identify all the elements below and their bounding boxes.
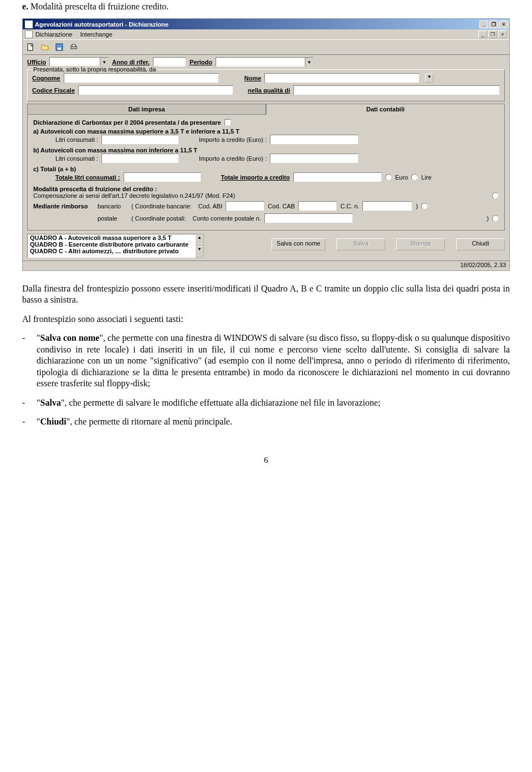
bullet-list: "Salva con nome", che permette con una f…: [22, 333, 510, 427]
menubar: Dichiarazione Interchange _ ❐ ×: [23, 29, 509, 39]
radio-lire[interactable]: [411, 174, 418, 181]
label-totimporto: Totale importo a credito: [221, 174, 290, 181]
toolbar-print-icon[interactable]: [67, 41, 80, 53]
mdi-window-controls: _ ❐ ×: [477, 30, 507, 38]
mdi-child-icon: [25, 30, 33, 38]
input-cognome[interactable]: [64, 73, 219, 83]
input-importo-b[interactable]: [270, 154, 359, 163]
paren-close-bancario: ): [416, 203, 418, 209]
scroll-down-icon[interactable]: ▼: [195, 246, 204, 258]
toolbar-save-icon[interactable]: [53, 41, 66, 53]
input-cf[interactable]: [78, 85, 233, 95]
combo-ufficio-input[interactable]: [50, 58, 100, 67]
section-heading: e. Modalità prescelta di fruizione credi…: [22, 2, 510, 12]
menu-dichiarazione[interactable]: Dichiarazione: [35, 31, 73, 38]
bullet1-name: Salva con nome: [40, 333, 100, 342]
bullet-chiudi: "Chiudi", che permette di ritornare al m…: [37, 416, 510, 427]
document-body: Dalla finestra del frontespizio possono …: [22, 283, 510, 428]
label-postale: postale: [98, 215, 128, 222]
input-litri-b[interactable]: [101, 154, 179, 163]
label-section-a: a) Autoveicoli con massa massima superio…: [33, 128, 499, 135]
salva-button[interactable]: Salva: [336, 238, 385, 250]
toolbar: [23, 39, 509, 55]
page-number: 6: [22, 456, 510, 465]
label-mediante: Mediante rimborso: [33, 203, 94, 209]
input-importo-a[interactable]: [270, 135, 359, 145]
scroll-up-icon[interactable]: ▲: [195, 234, 204, 246]
label-modalita: Modalità prescelta di fruizione del cred…: [33, 186, 499, 192]
list-item[interactable]: QUADRO B - Esercente distributore privat…: [28, 241, 195, 248]
combo-periodo-input[interactable]: [216, 58, 305, 67]
bullet1-text: ", che permette con una finestra di WIND…: [37, 333, 510, 388]
label-litri-b: Litri consumati :: [55, 155, 98, 162]
input-totlitri[interactable]: [124, 172, 201, 182]
label-ufficio: Ufficio: [27, 59, 46, 65]
input-ccp[interactable]: [264, 213, 353, 223]
input-totimporto[interactable]: [293, 172, 382, 182]
listbox-scrollbar[interactable]: ▲ ▼: [195, 234, 204, 258]
label-bancario: bancario: [98, 203, 128, 209]
tab-dati-contabili[interactable]: Dati contabili: [266, 104, 505, 115]
label-periodo: Periodo: [190, 59, 212, 65]
paragraph-intro: Dalla finestra del frontespizio possono …: [22, 283, 510, 306]
chevron-down-icon[interactable]: ▼: [305, 58, 313, 67]
titlebar-text: Agevolazioni autotrasportatori - Dichiar…: [35, 21, 168, 28]
salva-con-nome-button[interactable]: Salva con nome: [272, 238, 325, 250]
app-screenshot: Agevolazioni autotrasportatori - Dichiar…: [22, 18, 510, 271]
chiudi-button[interactable]: Chiudi: [456, 238, 505, 250]
combo-periodo[interactable]: ▼: [216, 57, 314, 67]
radio-compensazione[interactable]: [492, 192, 499, 199]
quadri-listbox[interactable]: QUADRO A - Autoveicoli massa superiore a…: [27, 234, 204, 258]
titlebar: Agevolazioni autotrasportatori - Dichiar…: [23, 19, 509, 29]
label-section-b: b) Autoveicoli con massa massima non inf…: [33, 147, 499, 154]
input-codabi[interactable]: [226, 201, 264, 211]
input-litri-a[interactable]: [101, 135, 179, 145]
status-datetime: 18/02/2005, 2.33: [460, 262, 506, 268]
bullet2-name: Salva: [40, 398, 61, 407]
label-totlitri: Totale litri consumati :: [55, 174, 120, 181]
mdi-restore-button[interactable]: ❐: [488, 30, 497, 38]
fieldset-presentata: Presentata, sotto la propria responsabil…: [27, 69, 505, 101]
menu-interchange[interactable]: Interchange: [80, 31, 112, 38]
toolbar-new-icon[interactable]: [24, 41, 37, 53]
app-icon: [25, 21, 33, 28]
minimize-button[interactable]: _: [479, 21, 488, 28]
bullet-salva: "Salva", che permette di salvare le modi…: [37, 397, 510, 408]
label-cognome: Cognome: [32, 75, 60, 81]
close-button[interactable]: ×: [499, 21, 508, 28]
stampa-button[interactable]: Stampa: [396, 238, 445, 250]
label-importo-a: Importo a credito (Euro) :: [199, 136, 267, 143]
radio-bancario[interactable]: [421, 203, 428, 209]
tabset: Dati impresa Dati contabili: [27, 104, 505, 115]
toolbar-open-icon[interactable]: [38, 41, 52, 53]
checkbox-carbontax[interactable]: [224, 119, 231, 126]
label-codabi: Cod. ABI: [198, 203, 222, 209]
label-codcab: Cod. CAB: [268, 203, 295, 209]
label-coordb: ( Coordinate bancarie:: [131, 203, 192, 209]
heading-text: Modalità prescelta di fruizione credito.: [30, 2, 168, 11]
label-coordp: ( Coordinate postali:: [131, 215, 186, 222]
bullet3-text: ", che permette di ritornare al menù pri…: [66, 417, 232, 426]
radio-postale[interactable]: [492, 215, 499, 222]
list-item[interactable]: QUADRO C - Altri automezzi, … distributo…: [28, 248, 195, 254]
list-item[interactable]: QUADRO A - Autoveicoli massa superiore a…: [28, 234, 195, 241]
input-nome[interactable]: [264, 73, 420, 83]
label-euro: Euro: [395, 174, 408, 181]
input-ccn[interactable]: [362, 201, 412, 211]
mdi-close-button[interactable]: ×: [498, 30, 507, 38]
input-qualita[interactable]: [293, 85, 500, 95]
tab-dati-impresa[interactable]: Dati impresa: [27, 104, 266, 115]
input-codcab[interactable]: [298, 201, 337, 211]
label-section-c: c) Totali (a + b): [33, 166, 499, 172]
mdi-minimize-button[interactable]: _: [478, 30, 487, 38]
svg-rect-2: [58, 48, 61, 50]
chevron-down-icon[interactable]: ▼: [425, 74, 433, 83]
statusbar: 18/02/2005, 2.33: [23, 260, 509, 270]
chevron-down-icon[interactable]: ▼: [100, 58, 108, 67]
radio-euro[interactable]: [385, 174, 392, 181]
label-anno: Anno di rifer.: [112, 59, 150, 65]
button-row: Salva con nome Salva Stampa Chiudi: [272, 234, 505, 250]
form-area: Ufficio ▼ Anno di rifer. Periodo ▼ Prese…: [23, 55, 509, 232]
svg-rect-0: [28, 44, 33, 50]
restore-button[interactable]: ❐: [489, 21, 498, 28]
